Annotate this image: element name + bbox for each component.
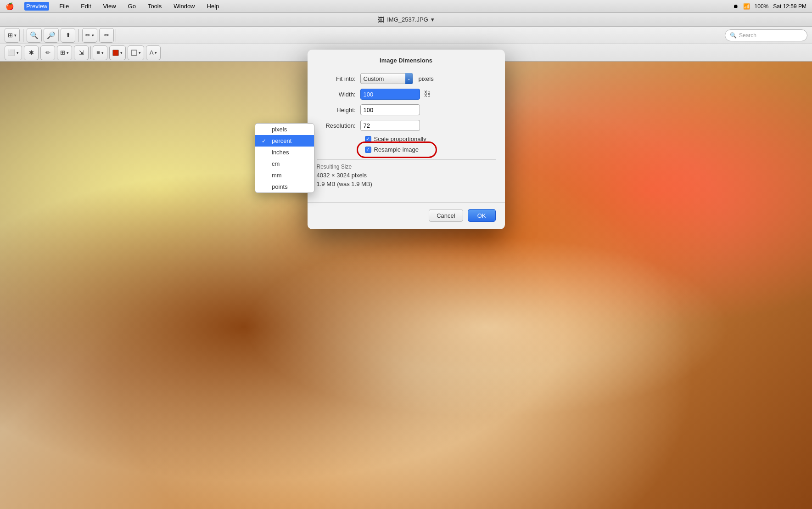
width-row: Width: ⛓ bbox=[317, 89, 496, 100]
chevron-down-icon: ⌄ bbox=[407, 76, 411, 81]
dropdown-item-label: percent bbox=[272, 137, 291, 144]
zoom-out-icon: 🔍 bbox=[30, 31, 39, 40]
clock: Sat 12:59 PM bbox=[773, 3, 806, 10]
border-color-button[interactable]: ▾ bbox=[128, 45, 144, 60]
share-icon: ⬆ bbox=[66, 32, 71, 39]
dropdown-item-pixels[interactable]: pixels bbox=[255, 124, 314, 135]
scale-proportional-row: ✓ Scale proportionally bbox=[365, 136, 496, 142]
dropdown-item-label: points bbox=[272, 183, 288, 190]
fit-into-value: Custom bbox=[364, 75, 384, 82]
menu-file[interactable]: File bbox=[57, 2, 71, 11]
fit-into-arrow: ⌄ bbox=[405, 73, 413, 84]
dropdown-item-cm[interactable]: cm bbox=[255, 158, 314, 170]
annotate-button[interactable]: ✏ bbox=[99, 28, 114, 43]
height-row: Height: bbox=[317, 104, 496, 115]
border-color-arrow: ▾ bbox=[139, 51, 141, 55]
dropdown-item-percent[interactable]: ✓percent bbox=[255, 135, 314, 147]
window-title: 🖼 IMG_2537.JPG ▾ bbox=[378, 16, 434, 23]
menubar: 🍎 Preview File Edit View Go Tools Window… bbox=[0, 0, 812, 13]
plate-overlay bbox=[244, 236, 731, 418]
sidebar-arrow: ▾ bbox=[14, 33, 17, 38]
scale-proportional-label: Scale proportionally bbox=[374, 136, 426, 142]
crop-icon: ⊞ bbox=[60, 49, 65, 56]
text-style-arrow: ▾ bbox=[155, 51, 157, 55]
instant-alpha-button[interactable]: ✱ bbox=[24, 45, 39, 60]
menubar-right: ⏺ 📶 100% Sat 12:59 PM bbox=[733, 3, 806, 10]
menu-help[interactable]: Help bbox=[205, 2, 221, 11]
width-label: Width: bbox=[317, 91, 360, 98]
cancel-button[interactable]: Cancel bbox=[429, 209, 463, 222]
image-dimensions-dialog: Image Dimensions Fit into: Custom ⌄ pixe… bbox=[308, 50, 505, 229]
chain-icon: ⛓ bbox=[424, 90, 431, 98]
window-titlebar: 🖼 IMG_2537.JPG ▾ bbox=[0, 13, 812, 27]
fill-color-swatch bbox=[112, 50, 119, 56]
resulting-dimensions: 4032 × 3024 pixels bbox=[317, 172, 496, 179]
dropdown-item-label: cm bbox=[272, 160, 280, 167]
zoom-in-button[interactable]: 🔎 bbox=[44, 28, 59, 43]
menu-tools[interactable]: Tools bbox=[146, 2, 163, 11]
apple-menu[interactable]: 🍎 bbox=[6, 2, 14, 11]
toolbar-top: ⊞ ▾ 🔍 🔎 ⬆ ✏ ▾ ✏ 🔍 Search bbox=[0, 27, 812, 44]
unit-label: pixels bbox=[419, 75, 434, 82]
separator-3 bbox=[116, 29, 116, 42]
resample-checkbox[interactable]: ✓ bbox=[365, 147, 371, 153]
battery-indicator: 100% bbox=[755, 3, 769, 10]
dropdown-item-mm[interactable]: mm bbox=[255, 170, 314, 181]
resolution-row: Resolution: bbox=[317, 120, 496, 131]
dialog-footer: Cancel OK bbox=[308, 202, 505, 229]
separator-4 bbox=[90, 46, 91, 59]
menu-preview[interactable]: Preview bbox=[24, 2, 49, 11]
resulting-size-section: Resulting Size 4032 × 3024 pixels 1.9 MB… bbox=[317, 159, 496, 193]
pen-arrow: ▾ bbox=[92, 33, 94, 38]
dropdown-item-points[interactable]: points bbox=[255, 181, 314, 192]
align-button[interactable]: ≡ ▾ bbox=[93, 45, 107, 60]
width-input[interactable] bbox=[360, 89, 420, 100]
zoom-out-button[interactable]: 🔍 bbox=[27, 28, 42, 43]
resulting-filesize: 1.9 MB (was 1.9 MB) bbox=[317, 181, 496, 187]
sidebar-icon: ⊞ bbox=[8, 32, 13, 39]
dropdown-item-inches[interactable]: inches bbox=[255, 147, 314, 158]
file-icon: 🖼 bbox=[378, 16, 384, 23]
adjust-button[interactable]: ✏ bbox=[40, 45, 55, 60]
scale-proportional-checkbox[interactable]: ✓ bbox=[365, 136, 371, 142]
share-button[interactable]: ⬆ bbox=[61, 28, 75, 43]
menu-edit[interactable]: Edit bbox=[79, 2, 93, 11]
menu-go[interactable]: Go bbox=[126, 2, 138, 11]
fit-into-label: Fit into: bbox=[317, 75, 360, 82]
border-color-swatch bbox=[131, 50, 137, 56]
select-tool-button[interactable]: ⬜ ▾ bbox=[5, 45, 22, 60]
menu-window[interactable]: Window bbox=[172, 2, 196, 11]
search-placeholder: Search bbox=[739, 32, 756, 39]
zoom-in-icon: 🔎 bbox=[47, 31, 56, 40]
instant-alpha-icon: ✱ bbox=[29, 49, 34, 56]
annotate-icon: ✏ bbox=[104, 32, 109, 39]
checkmark-icon: ✓ bbox=[262, 138, 268, 144]
resize-button[interactable]: ⇲ bbox=[74, 45, 89, 60]
ok-button[interactable]: OK bbox=[468, 209, 496, 222]
text-style-button[interactable]: A ▾ bbox=[146, 45, 161, 60]
pen-tool-button[interactable]: ✏ ▾ bbox=[82, 28, 97, 43]
fit-into-select[interactable]: Custom ⌄ bbox=[360, 73, 413, 84]
window-title-text: IMG_2537.JPG bbox=[387, 16, 428, 23]
align-icon: ≡ bbox=[96, 49, 100, 56]
unit-dropdown-menu: pixels✓percentinchescmmmpoints bbox=[255, 123, 314, 193]
resolution-input[interactable] bbox=[360, 120, 420, 131]
pen-icon: ✏ bbox=[85, 32, 90, 39]
dropdown-item-label: inches bbox=[272, 149, 289, 156]
separator-1 bbox=[23, 29, 23, 42]
search-bar[interactable]: 🔍 Search bbox=[725, 29, 807, 41]
resample-label: Resample image bbox=[374, 146, 419, 153]
resolution-label: Resolution: bbox=[317, 122, 360, 129]
title-chevron[interactable]: ▾ bbox=[431, 16, 434, 23]
resulting-size-label: Resulting Size bbox=[317, 164, 496, 170]
crop-button[interactable]: ⊞ ▾ bbox=[57, 45, 72, 60]
fill-color-button[interactable]: ▾ bbox=[109, 45, 126, 60]
height-label: Height: bbox=[317, 107, 360, 113]
dropdown-item-label: pixels bbox=[272, 126, 287, 133]
menu-view[interactable]: View bbox=[101, 2, 118, 11]
select-arrow: ▾ bbox=[17, 51, 19, 55]
height-input[interactable] bbox=[360, 104, 420, 115]
sidebar-toggle-button[interactable]: ⊞ ▾ bbox=[5, 28, 20, 43]
search-icon: 🔍 bbox=[730, 32, 737, 39]
adjust-icon: ✏ bbox=[45, 49, 50, 56]
